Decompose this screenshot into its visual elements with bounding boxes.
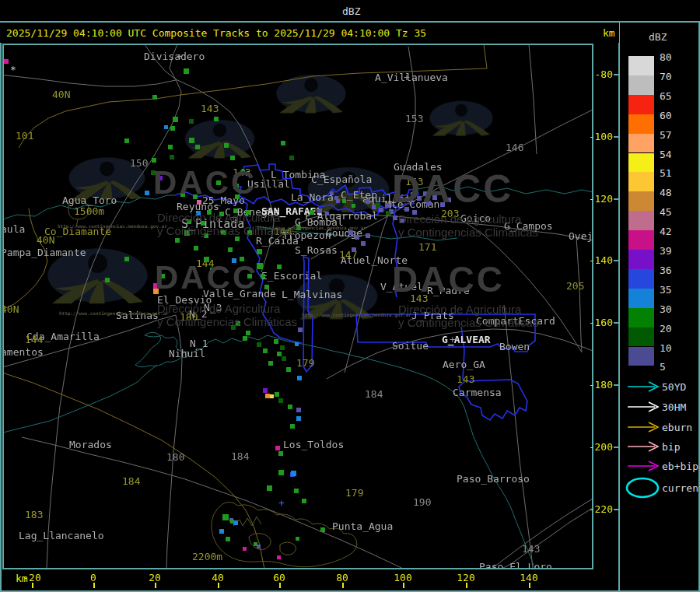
radar-cell: [214, 117, 219, 121]
legend-label-30HM: 30HM: [662, 401, 686, 413]
map-place-label: aula: [3, 224, 25, 234]
bottom-axis-tick: [279, 583, 281, 588]
legend-arrow-icon: [627, 380, 660, 393]
border-left: [0, 0, 2, 592]
map-place-label: Pampa_Diamante: [3, 247, 86, 257]
map-mark: +: [177, 51, 183, 61]
scale-value-label: 65: [660, 90, 672, 102]
radar-cell: [230, 520, 234, 524]
radar-cell: [288, 405, 292, 409]
radar-cell: [224, 143, 229, 148]
right-axis-tick: [614, 136, 619, 138]
bottom-axis-label: 80: [330, 573, 355, 583]
radar-cell: [263, 349, 268, 353]
map-road-label: 183: [25, 510, 43, 520]
bottom-axis-label: 40: [205, 573, 230, 583]
map-place-label: L_Malvinas: [282, 289, 342, 300]
map-place-label: A_Villanueva: [375, 72, 448, 82]
scale-value-label: 5: [660, 361, 666, 373]
radar-cell: [296, 408, 301, 412]
bottom-axis-tick: [529, 583, 530, 588]
watermark-url: http://www.contingencias.mendoza.gov.ar: [257, 226, 366, 230]
window-title: dBZ: [342, 5, 360, 17]
radar-cell: [254, 542, 257, 546]
scale-value-label: 45: [660, 206, 672, 218]
radar-cell: [275, 446, 280, 450]
radar-cell: [194, 246, 198, 250]
radar-cell: [352, 247, 356, 252]
watermark-org-line1: Dirección de Agricultura: [398, 303, 521, 315]
map-place-label: Punta_Agua: [332, 521, 393, 531]
right-axis-tick: [614, 74, 619, 75]
radar-cell: [230, 156, 235, 160]
map-place-label: Oveja: [569, 231, 592, 241]
scale-color-10: [628, 347, 654, 366]
radar-cell: [334, 196, 338, 200]
map-road-label: 40N: [3, 304, 19, 314]
scale-value-label: 60: [660, 110, 672, 121]
bottom-axis-tick: [218, 583, 219, 588]
legend-label-bip: bip: [662, 441, 680, 453]
radar-cell: [281, 141, 285, 145]
scale-color-45: [628, 211, 654, 230]
radar-cell: [189, 119, 194, 124]
radar-cell: [393, 215, 397, 220]
map-place-label: Paso_Barroso: [457, 474, 530, 484]
radar-cell: [4, 59, 9, 64]
scale-value-label: 30: [660, 303, 672, 315]
bottom-axis-label: 0: [81, 573, 106, 583]
radar-cell: [297, 376, 302, 380]
scale-value-label: 35: [660, 284, 672, 296]
scale-color-80: [628, 56, 654, 75]
radar-cell: [164, 125, 168, 129]
radar-cell: [295, 342, 299, 346]
header-bar: 2025/11/29 04:10:00 UTC Composite Tracks…: [0, 23, 619, 43]
legend-arrow-icon: [627, 440, 660, 453]
right-axis-tick: [614, 322, 619, 324]
radar-cell: [291, 471, 296, 476]
watermark-dacc-text: DACC: [392, 170, 513, 208]
map-place-label: Divisadero: [144, 51, 205, 61]
panel-separator: [618, 22, 620, 590]
map-road-label: 143: [522, 544, 540, 554]
watermark-url: http://www.contingencias.mendoza.gov.ar: [58, 224, 167, 229]
scale-value-label: 39: [660, 245, 672, 257]
radar-cell: [124, 257, 129, 261]
bottom-axis-label: 100: [390, 573, 415, 583]
right-axis-tick: [614, 447, 619, 448]
scale-color-57: [628, 134, 654, 153]
map-mark: +: [404, 72, 410, 82]
scale-value-label: 48: [660, 187, 672, 198]
scale-color-60: [628, 114, 654, 134]
radar-cell: [195, 145, 200, 149]
scale-value-label: 10: [660, 342, 672, 354]
composite-timestamp-text: 2025/11/29 04:10:00 UTC Composite Tracks…: [6, 27, 426, 39]
right-axis-label: -200: [585, 442, 613, 453]
radar-map: DivisaderoA_VillanuevaGuadalesAgua_ToroL…: [3, 44, 592, 569]
map-road-label: 143: [201, 103, 219, 114]
radar-cell: [366, 233, 370, 238]
right-axis-label: -120: [585, 194, 613, 205]
radar-cell: [145, 191, 149, 195]
legend-glyph-eb+bip: [627, 460, 660, 475]
scale-value-label: 54: [660, 149, 672, 160]
radar-cell: [286, 367, 291, 372]
map-place-label: E_Escorial: [261, 271, 322, 281]
legend-arrow-icon: [627, 460, 660, 472]
radar-cell: [278, 398, 283, 403]
radar-cell: [226, 537, 230, 541]
bottom-axis-label: 60: [267, 573, 292, 583]
watermark-url: http://www.contingencias.mendoza.gov.ar: [59, 311, 169, 316]
watermark-url: http://www.contingencias.mendoza.gov.ar: [302, 313, 411, 317]
map-place-label: Aero_GA: [443, 359, 485, 370]
radar-app-window: { "title_bar": { "title": "dBZ" }, "head…: [0, 0, 700, 592]
scale-color-35: [628, 289, 654, 308]
header-km-unit: km: [603, 27, 615, 39]
scale-color-54: [628, 153, 654, 173]
radar-cell: [152, 95, 157, 100]
right-axis-tick: [614, 509, 619, 510]
radar-cell: [298, 328, 303, 332]
radar-cell: [386, 211, 390, 215]
radar-cell: [268, 361, 273, 366]
map-place-label: Los_Toldos: [283, 440, 344, 450]
